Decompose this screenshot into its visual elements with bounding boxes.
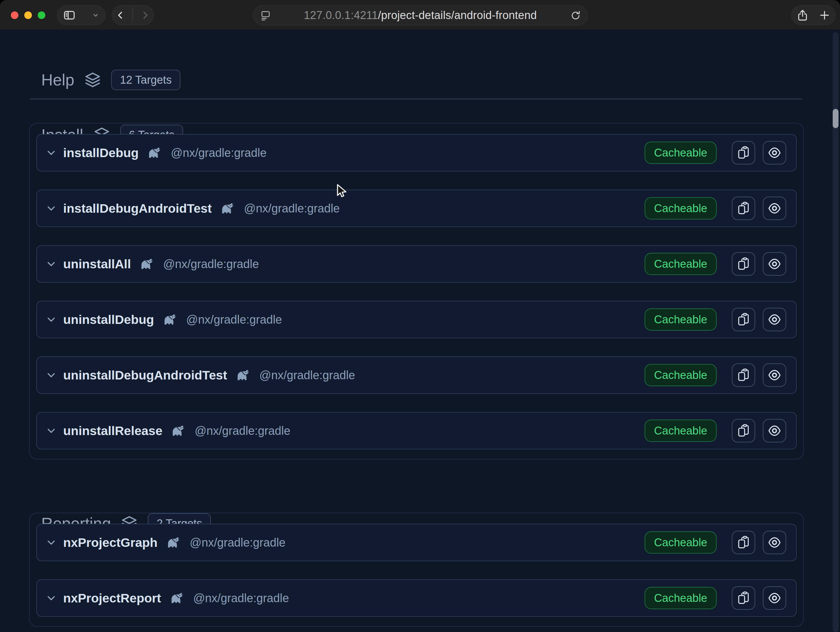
copy-button[interactable] (732, 419, 755, 442)
target-executor: @nx/gradle:gradle (194, 424, 290, 438)
chevron-down-icon[interactable] (46, 537, 57, 548)
target-name: uninstallDebugAndroidTest (63, 368, 227, 382)
nav-divider (133, 9, 133, 21)
gradle-elephant-icon (220, 202, 236, 215)
target-row-nxProjectReport[interactable]: nxProjectReport @nx/gradle:gradle Cachea… (36, 579, 797, 617)
section-divider (30, 99, 802, 100)
target-executor: @nx/gradle:gradle (171, 146, 267, 160)
eye-button[interactable] (763, 252, 786, 276)
minimize-window-button[interactable] (24, 11, 32, 19)
copy-icon (737, 424, 750, 438)
gradle-elephant-icon (171, 424, 187, 437)
cacheable-badge: Cacheable (645, 308, 717, 331)
url-host: 127.0.0.1:4211 (304, 9, 378, 21)
zoom-window-button[interactable] (38, 11, 45, 19)
target-name: nxProjectReport (63, 591, 161, 605)
copy-icon (737, 368, 750, 382)
scrollbar-thumb[interactable] (833, 109, 838, 128)
sidebar-control-group (57, 5, 106, 25)
forward-button[interactable] (140, 10, 150, 20)
target-row-uninstallRelease[interactable]: uninstallRelease @nx/gradle:gradle Cache… (36, 412, 797, 449)
target-executor: @nx/gradle:gradle (186, 313, 282, 326)
url-path: /project-details/android-frontend (378, 9, 537, 21)
chevron-down-icon[interactable] (46, 314, 57, 325)
eye-button[interactable] (763, 141, 786, 164)
show-sidebar-button[interactable] (63, 9, 76, 22)
target-row-uninstallDebugAndroidTest[interactable]: uninstallDebugAndroidTest @nx/gradle:gra… (36, 356, 797, 394)
chevron-down-icon[interactable] (46, 147, 57, 158)
copy-icon (737, 591, 750, 605)
reload-button[interactable] (570, 9, 581, 21)
eye-icon (768, 257, 781, 271)
target-row-installDebug[interactable]: installDebug @nx/gradle:gradle Cacheable (36, 134, 797, 171)
eye-icon (768, 313, 781, 326)
gradle-elephant-icon (169, 592, 186, 605)
target-row-nxProjectGraph[interactable]: nxProjectGraph @nx/gradle:gradle Cacheab… (36, 524, 797, 561)
chevron-down-icon[interactable] (46, 425, 57, 436)
eye-icon (768, 591, 781, 605)
new-tab-button[interactable] (818, 9, 831, 21)
project-details-page: Help 12 Targets Install 6 Targets (0, 30, 840, 632)
cacheable-badge: Cacheable (645, 253, 717, 275)
target-name: uninstallDebug (63, 313, 154, 327)
copy-button[interactable] (732, 197, 755, 220)
copy-button[interactable] (732, 308, 755, 331)
browser-toolbar: 127.0.0.1:4211/project-details/android-f… (0, 0, 840, 30)
copy-button[interactable] (732, 586, 755, 610)
cacheable-badge: Cacheable (645, 587, 717, 609)
target-row-uninstallAll[interactable]: uninstallAll @nx/gradle:gradle Cacheable (36, 245, 797, 283)
address-bar[interactable]: 127.0.0.1:4211/project-details/android-f… (253, 5, 587, 25)
gradle-elephant-icon (162, 313, 179, 326)
copy-button[interactable] (732, 252, 755, 276)
eye-button[interactable] (763, 531, 786, 554)
sidebar-chevron-down-icon[interactable] (92, 11, 99, 19)
cacheable-badge: Cacheable (645, 364, 717, 386)
nav-control-group (112, 5, 154, 25)
chevron-down-icon[interactable] (46, 203, 57, 214)
url-text: 127.0.0.1:4211/project-details/android-f… (253, 9, 587, 22)
reporting-targets-group: nxProjectGraph @nx/gradle:gradle Cacheab… (29, 513, 804, 627)
eye-button[interactable] (763, 363, 786, 387)
target-name: installDebug (63, 146, 139, 160)
gradle-elephant-icon (147, 146, 163, 159)
eye-icon (768, 368, 781, 382)
back-button[interactable] (115, 10, 125, 20)
cacheable-badge: Cacheable (645, 420, 717, 442)
target-row-installDebugAndroidTest[interactable]: installDebugAndroidTest @nx/gradle:gradl… (36, 190, 797, 227)
gradle-elephant-icon (139, 258, 156, 270)
page-settings-icon[interactable] (260, 9, 272, 21)
copy-button[interactable] (732, 363, 755, 387)
target-row-uninstallDebug[interactable]: uninstallDebug @nx/gradle:gradle Cacheab… (36, 301, 797, 338)
share-button[interactable] (796, 9, 809, 22)
copy-icon (737, 146, 750, 160)
copy-button[interactable] (732, 141, 755, 164)
section-title: Help (41, 71, 74, 89)
target-name: uninstallAll (63, 257, 131, 271)
target-name: uninstallRelease (63, 423, 162, 438)
target-executor: @nx/gradle:gradle (193, 592, 289, 605)
browser-window: 127.0.0.1:4211/project-details/android-f… (0, 0, 840, 632)
layers-stack-icon (84, 71, 101, 88)
cacheable-badge: Cacheable (645, 142, 717, 164)
install-targets-group: installDebug @nx/gradle:gradle Cacheable (29, 123, 804, 459)
chevron-down-icon[interactable] (46, 592, 57, 604)
chevron-down-icon[interactable] (46, 258, 57, 270)
section-heading-help: Help 12 Targets (41, 69, 180, 91)
eye-icon (768, 536, 781, 549)
target-executor: @nx/gradle:gradle (244, 202, 339, 215)
copy-button[interactable] (732, 531, 755, 554)
target-executor: @nx/gradle:gradle (259, 369, 355, 382)
eye-button[interactable] (763, 197, 786, 220)
eye-button[interactable] (763, 308, 786, 331)
eye-icon (768, 146, 781, 160)
eye-button[interactable] (763, 419, 786, 442)
eye-button[interactable] (763, 586, 786, 610)
close-window-button[interactable] (11, 11, 19, 19)
target-name: nxProjectGraph (63, 536, 158, 550)
eye-icon (768, 202, 781, 215)
gradle-elephant-icon (235, 369, 252, 382)
eye-icon (768, 424, 781, 438)
chevron-down-icon[interactable] (46, 370, 57, 381)
cacheable-badge: Cacheable (645, 197, 717, 220)
copy-icon (737, 313, 750, 326)
